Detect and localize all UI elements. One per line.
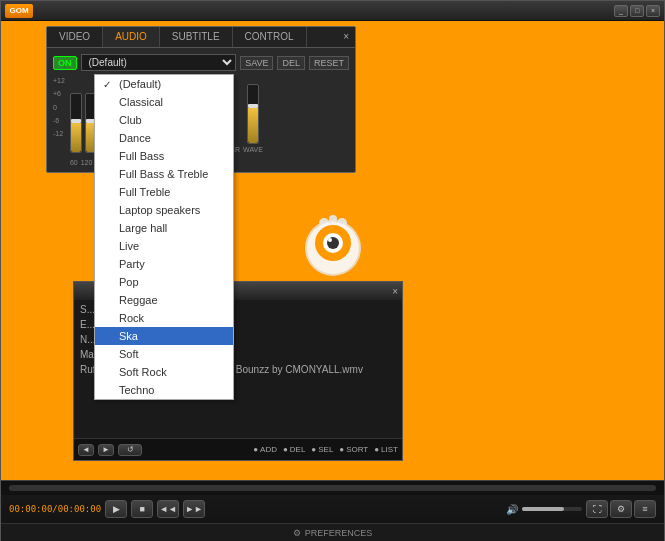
volume-icon: 🔊 xyxy=(506,504,518,515)
svg-point-3 xyxy=(329,215,337,223)
del-button[interactable]: ● DEL xyxy=(283,445,305,454)
dropdown-item-party[interactable]: Party xyxy=(95,255,233,273)
tab-subtitle[interactable]: SUBTITLE xyxy=(160,27,233,47)
title-bar-controls: _ □ × xyxy=(614,5,660,17)
dropdown-item-fulltreble[interactable]: Full Treble xyxy=(95,183,233,201)
wave-label: WAVE xyxy=(243,146,263,153)
dropdown-item-largehall[interactable]: Large hall xyxy=(95,219,233,237)
preferences-label[interactable]: PREFERENCES xyxy=(305,528,373,538)
playlist-next-btn[interactable]: ► xyxy=(98,444,114,456)
minimize-button[interactable]: _ xyxy=(614,5,628,17)
list-button[interactable]: ● LIST xyxy=(374,445,398,454)
panel-tabs: VIDEO AUDIO SUBTITLE CONTROL × xyxy=(47,27,355,48)
menu-button[interactable]: ≡ xyxy=(634,500,656,518)
right-buttons: ⛶ ⚙ ≡ xyxy=(586,500,656,518)
sel-button[interactable]: ● SEL xyxy=(311,445,333,454)
sort-button[interactable]: ● SORT xyxy=(339,445,368,454)
check-icon: ✓ xyxy=(103,79,115,90)
dropdown-item-techno[interactable]: Techno xyxy=(95,381,233,399)
tab-video[interactable]: VIDEO xyxy=(47,27,103,47)
gom-logo: GOM xyxy=(5,4,33,18)
dropdown-item-soft[interactable]: Soft xyxy=(95,345,233,363)
controls-row: 00:00:00/00:00:00 ▶ ■ ◄◄ ►► 🔊 ⛶ ⚙ ≡ xyxy=(1,495,664,523)
close-button[interactable]: × xyxy=(646,5,660,17)
prev-button[interactable]: ◄◄ xyxy=(157,500,179,518)
svg-point-8 xyxy=(328,238,332,242)
list-label: LIST xyxy=(381,445,398,454)
maximize-button[interactable]: □ xyxy=(630,5,644,17)
sel-icon: ● xyxy=(311,445,316,454)
dropdown-item-softrock[interactable]: Soft Rock xyxy=(95,363,233,381)
dropdown-item-reggae[interactable]: Reggae xyxy=(95,291,233,309)
del-label: DEL xyxy=(290,445,306,454)
dropdown-item-live[interactable]: Live xyxy=(95,237,233,255)
volume-area: 🔊 xyxy=(506,504,582,515)
sel-label: SEL xyxy=(318,445,333,454)
player-window: GOM _ □ × xyxy=(0,0,665,541)
preferences-bar: ⚙ PREFERENCES xyxy=(1,523,664,541)
time-display: 00:00:00/00:00:00 xyxy=(9,504,101,514)
dropdown-item-fullbass[interactable]: Full Bass xyxy=(95,147,233,165)
bottom-controls: 00:00:00/00:00:00 ▶ ■ ◄◄ ►► 🔊 ⛶ ⚙ ≡ ⚙ PR… xyxy=(1,480,664,540)
list-icon: ● xyxy=(374,445,379,454)
sort-label: SORT xyxy=(346,445,368,454)
db-labels: +12 +6 0 -6 -12 xyxy=(53,77,65,137)
playlist-close-button[interactable]: × xyxy=(392,286,398,297)
preset-select[interactable]: (Default) xyxy=(81,54,237,71)
del-button[interactable]: DEL xyxy=(277,56,305,70)
sort-icon: ● xyxy=(339,445,344,454)
title-bar-left: GOM xyxy=(5,4,33,18)
volume-track[interactable] xyxy=(522,507,582,511)
progress-bar-area xyxy=(1,481,664,495)
save-button[interactable]: SAVE xyxy=(240,56,273,70)
eq-on-button[interactable]: ON xyxy=(53,56,77,70)
wave-slider[interactable] xyxy=(247,84,259,144)
preferences-icon: ⚙ xyxy=(293,528,301,538)
add-button[interactable]: ● ADD xyxy=(253,445,277,454)
gomplayer-icon xyxy=(288,193,378,283)
playlist-repeat-btn[interactable]: ↺ xyxy=(118,444,142,456)
volume-fill xyxy=(522,507,564,511)
del-icon: ● xyxy=(283,445,288,454)
playlist-prev-btn[interactable]: ◄ xyxy=(78,444,94,456)
add-icon: ● xyxy=(253,445,258,454)
dropdown-item-laptop[interactable]: Laptop speakers xyxy=(95,201,233,219)
reset-button[interactable]: RESET xyxy=(309,56,349,70)
dropdown-item-fullbasstreble[interactable]: Full Bass & Treble xyxy=(95,165,233,183)
fullscreen-button[interactable]: ⛶ xyxy=(586,500,608,518)
dropdown-item-default[interactable]: ✓ (Default) xyxy=(95,75,233,93)
eq-top-row: ON (Default) SAVE DEL RESET xyxy=(53,54,349,71)
playlist-footer: ◄ ► ↺ ● ADD ● DEL ● SEL ● SORT ● L xyxy=(74,438,402,460)
dropdown-item-ska[interactable]: Ska xyxy=(95,327,233,345)
wave-group: WAVE xyxy=(243,84,263,153)
stop-button[interactable]: ■ xyxy=(131,500,153,518)
tab-control[interactable]: CONTROL xyxy=(233,27,307,47)
title-bar: GOM _ □ × xyxy=(1,1,664,21)
tab-audio[interactable]: AUDIO xyxy=(103,27,160,47)
progress-track[interactable] xyxy=(9,485,656,491)
dropdown-item-classical[interactable]: Classical xyxy=(95,93,233,111)
dropdown-item-club[interactable]: Club xyxy=(95,111,233,129)
next-button[interactable]: ►► xyxy=(183,500,205,518)
preset-dropdown: ✓ (Default) Classical Club Dance Full Ba… xyxy=(94,74,234,400)
eq-slider-60hz xyxy=(70,93,82,153)
settings-button[interactable]: ⚙ xyxy=(610,500,632,518)
dropdown-item-dance[interactable]: Dance xyxy=(95,129,233,147)
dropdown-item-pop[interactable]: Pop xyxy=(95,273,233,291)
dropdown-item-rock[interactable]: Rock xyxy=(95,309,233,327)
panel-close-button[interactable]: × xyxy=(337,27,355,47)
play-button[interactable]: ▶ xyxy=(105,500,127,518)
add-label: ADD xyxy=(260,445,277,454)
